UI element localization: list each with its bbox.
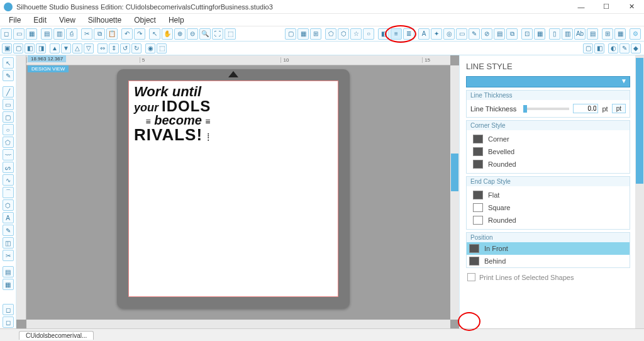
open-icon[interactable]: ▭ [13, 28, 25, 40]
rotate-l-icon[interactable]: ↺ [120, 43, 130, 53]
line-style-icon[interactable]: ≡ [391, 28, 402, 40]
flip-v-icon[interactable]: ⇕ [109, 43, 119, 53]
save-icon[interactable]: ▦ [26, 28, 37, 40]
forward-icon[interactable]: △ [72, 43, 82, 53]
thickness-slider[interactable] [523, 108, 569, 110]
line-color-icon[interactable]: ≣ [403, 28, 414, 40]
layers-icon[interactable]: ▤ [587, 28, 598, 40]
undo-icon[interactable]: ↶ [121, 28, 133, 40]
zoom-out-icon[interactable]: ⊖ [187, 28, 198, 40]
cube-icon[interactable]: ⬚ [157, 43, 167, 53]
cut-style-icon[interactable]: ▯ [549, 28, 560, 40]
corner-opt-bevelled[interactable]: Bevelled [470, 145, 626, 158]
lib-icon[interactable]: ▦ [614, 28, 626, 40]
send-icon[interactable]: ▥ [53, 28, 65, 40]
thickness-value[interactable] [573, 104, 598, 113]
roundrect-tool-icon[interactable]: ▢ [3, 111, 14, 123]
menu-help[interactable]: Help [162, 14, 191, 26]
corner-opt-rounded[interactable]: Rounded [470, 158, 626, 170]
store-icon[interactable]: ⊞ [602, 28, 613, 40]
ungroup-icon[interactable]: ▢ [13, 43, 23, 53]
zoom-drag-icon[interactable]: ⬚ [225, 28, 236, 40]
cut-icon[interactable]: ✂ [81, 28, 92, 40]
knife-icon[interactable]: ✎ [469, 28, 480, 40]
shape-hex-icon[interactable]: ⬡ [338, 28, 349, 40]
shape-pentagon-icon[interactable]: ⬠ [325, 28, 336, 40]
panel-e-icon[interactable]: ◆ [631, 43, 641, 53]
panel-c-icon[interactable]: ◐ [608, 43, 618, 53]
offset-icon[interactable]: ◎ [443, 28, 455, 40]
flip-h-icon[interactable]: ⇔ [97, 43, 108, 53]
store-tool-icon[interactable]: ▦ [3, 279, 14, 290]
library-tool-icon[interactable]: ▤ [3, 266, 14, 277]
backward-icon[interactable]: ▽ [84, 43, 94, 53]
tiling-icon[interactable]: ▦ [534, 28, 545, 40]
align-icon[interactable]: ▤ [494, 28, 505, 40]
rect-tool-icon[interactable]: ▭ [3, 99, 14, 110]
release-icon[interactable]: ◨ [36, 43, 46, 53]
text-tool-icon[interactable]: A [3, 212, 14, 223]
zoom-select-icon[interactable]: 🔍 [199, 28, 211, 40]
design-artwork[interactable]: Work until your IDOLS ≡ become ≡ RIVALS!… [134, 85, 222, 143]
reg-icon[interactable]: ⊞ [310, 28, 321, 40]
barcode-icon[interactable]: ▥ [562, 28, 573, 40]
menu-view[interactable]: View [53, 14, 82, 26]
print-lines-checkbox-row[interactable]: Print Lines of Selected Shapes [466, 271, 630, 284]
page-setup-icon[interactable]: ▢ [285, 28, 296, 40]
smooth-tool-icon[interactable]: ∿ [3, 174, 14, 186]
arc-tool-icon[interactable]: ⌒ [3, 187, 14, 198]
document-tab[interactable]: CUidolsbecomerival... [19, 331, 94, 340]
maximize-button[interactable]: ☐ [594, 0, 619, 14]
center-icon[interactable]: ◉ [145, 43, 155, 53]
panel-d-icon[interactable]: ✎ [619, 43, 630, 53]
copy-icon[interactable]: ⧉ [94, 28, 105, 40]
knife-tool-icon[interactable]: ✂ [3, 250, 14, 261]
trace-icon[interactable]: ✦ [431, 28, 442, 40]
note-tool-icon[interactable]: ✎ [3, 225, 14, 236]
print-lines-checkbox[interactable] [467, 273, 475, 281]
zoom-fit-icon[interactable]: ⛶ [212, 28, 223, 40]
polygon-tool-icon[interactable]: ⬠ [3, 137, 14, 148]
library-icon[interactable]: ▤ [41, 28, 52, 40]
weld-icon[interactable]: ⊘ [481, 28, 492, 40]
menu-object[interactable]: Object [128, 14, 162, 26]
bottom-tool-b-icon[interactable]: ◻ [3, 316, 14, 328]
new-icon[interactable]: ◻ [1, 28, 12, 40]
zoom-in-icon[interactable]: ⊕ [174, 28, 186, 40]
canvas[interactable]: 0 5 10 15 18.963 12.367 DESIGN VIEW Work… [16, 55, 459, 328]
endcap-opt-rounded[interactable]: Rounded [470, 214, 626, 226]
shape-star-icon[interactable]: ☆ [350, 28, 362, 40]
panel-a-icon[interactable]: ▢ [583, 43, 593, 53]
back-icon[interactable]: ▼ [61, 43, 71, 53]
design-page[interactable]: Work until your IDOLS ≡ become ≡ RIVALS!… [128, 81, 338, 297]
front-icon[interactable]: ▲ [50, 43, 60, 53]
menu-silhouette[interactable]: Silhouette [82, 14, 128, 26]
curve-tool-icon[interactable]: 〰 [3, 149, 14, 160]
modify-icon[interactable]: ▭ [456, 28, 467, 40]
close-button[interactable]: ✕ [619, 0, 644, 14]
canvas-vscroll[interactable] [450, 65, 459, 320]
endcap-opt-flat[interactable]: Flat [470, 189, 626, 201]
fill-icon[interactable]: ◧ [378, 28, 389, 40]
panel-scrollbar[interactable] [635, 55, 644, 328]
print-icon[interactable]: ⎙ [66, 28, 77, 40]
nesting-icon[interactable]: ⊡ [521, 28, 533, 40]
bottom-tool-a-icon[interactable]: ◻ [3, 304, 14, 315]
rotate-r-icon[interactable]: ↻ [131, 43, 142, 53]
minimize-button[interactable]: — [569, 0, 594, 14]
shape-circle-icon[interactable]: ○ [363, 28, 374, 40]
line-style-dropdown[interactable] [466, 76, 630, 87]
media-icon[interactable]: Ab [574, 28, 586, 40]
select-icon[interactable]: ↖ [149, 28, 160, 40]
regpoly-tool-icon[interactable]: ⬡ [3, 199, 14, 211]
corner-opt-corner[interactable]: Corner [470, 133, 626, 145]
group-icon[interactable]: ▣ [2, 43, 12, 53]
compound-icon[interactable]: ◧ [25, 43, 35, 53]
menu-edit[interactable]: Edit [27, 14, 53, 26]
pan-icon[interactable]: ✋ [162, 28, 173, 40]
eraser-tool-icon[interactable]: ◫ [3, 237, 14, 249]
line-tool-icon[interactable]: ╱ [3, 86, 14, 98]
ellipse-tool-icon[interactable]: ○ [3, 124, 14, 135]
replicate-icon[interactable]: ⧉ [506, 28, 518, 40]
select-tool-icon[interactable]: ↖ [3, 57, 14, 69]
